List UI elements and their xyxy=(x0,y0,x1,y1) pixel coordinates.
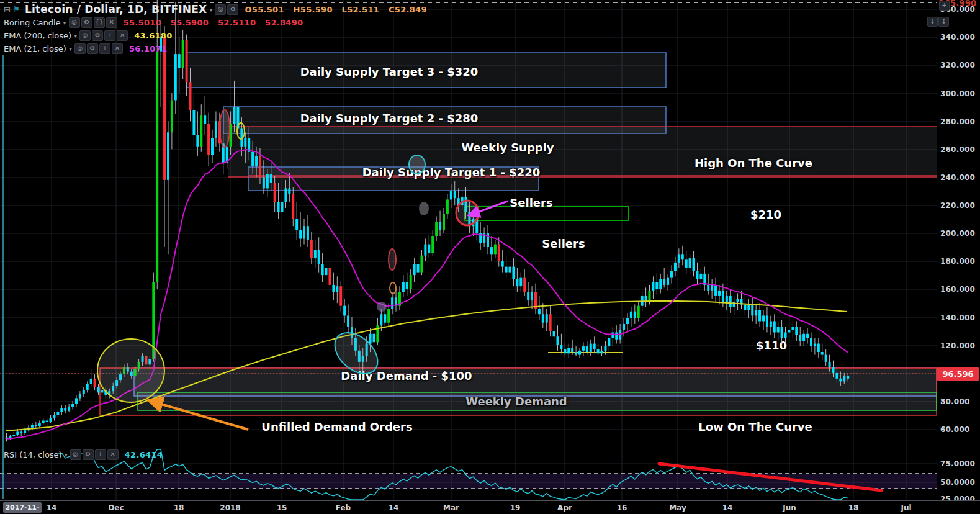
candle-body xyxy=(678,254,680,263)
candle-body xyxy=(784,333,787,338)
feb-purple-ellipse[interactable] xyxy=(377,302,387,312)
settings-icon[interactable]: ⚙ xyxy=(227,4,238,15)
remove-icon[interactable]: ✕ xyxy=(117,30,128,41)
february-top-circle[interactable] xyxy=(409,155,425,174)
time-axis[interactable]: 2017-11-01 14Dec18201815Feb14Mar19Apr16M… xyxy=(0,500,980,514)
visibility-icon[interactable]: ◎ xyxy=(69,17,80,28)
chevron-down-icon[interactable]: ▾ xyxy=(69,45,72,52)
price-tick-label: 140.000 xyxy=(940,313,975,322)
high-value: H55.590 xyxy=(294,5,333,14)
candle-body xyxy=(615,333,618,340)
add-icon[interactable]: + xyxy=(95,449,106,460)
visibility-icon[interactable]: ◎ xyxy=(74,43,86,54)
add-alert-icon[interactable]: + xyxy=(939,1,950,11)
chevron-down-icon[interactable]: ▾ xyxy=(65,451,68,458)
candle-body xyxy=(817,344,820,353)
candle-body xyxy=(490,247,493,254)
candle-body xyxy=(542,314,544,323)
candle-body xyxy=(233,107,236,124)
candle-body xyxy=(685,259,688,268)
settings-icon[interactable]: ⚙ xyxy=(83,449,94,460)
candle-body xyxy=(50,418,52,422)
candle-body xyxy=(321,264,324,275)
candle-body xyxy=(428,245,430,253)
price-tick-label: 60.000 xyxy=(940,425,970,434)
feb-rebound-red-ellipse[interactable] xyxy=(389,249,396,270)
candle-body xyxy=(244,138,246,147)
chevron-down-icon[interactable]: ▾ xyxy=(63,19,66,26)
flag-icon[interactable]: ⚑ xyxy=(13,5,21,14)
january-supply-ellipse[interactable] xyxy=(220,110,230,147)
ema21-value: 56.1071 xyxy=(129,44,167,53)
indicator-title: RSI (14, close) xyxy=(4,450,62,459)
candle-body xyxy=(501,261,504,267)
candle-body xyxy=(16,431,19,435)
visibility-icon[interactable]: ◎ xyxy=(70,449,81,460)
menu-icon[interactable]: ⊟ xyxy=(4,5,11,14)
add-icon[interactable]: + xyxy=(99,43,110,54)
feb-orange-ellipse[interactable] xyxy=(390,282,396,294)
source-code-icon[interactable]: {} xyxy=(94,17,105,28)
remove-icon[interactable]: ✕ xyxy=(106,17,117,28)
chevron-down-icon[interactable]: ▾ xyxy=(209,6,212,13)
rsi-line[interactable] xyxy=(58,449,848,500)
candle-body xyxy=(626,318,629,324)
chart-canvas[interactable] xyxy=(0,0,980,514)
scale-auto-icon[interactable]: ↕ xyxy=(938,17,949,27)
settings-icon[interactable]: ⚙ xyxy=(92,30,103,41)
candle-body xyxy=(770,321,772,327)
price-axis[interactable]: 360.000340.000320.000300.000280.000260.0… xyxy=(937,0,980,500)
candle-body xyxy=(655,282,658,289)
gray-ellipse[interactable] xyxy=(419,202,429,215)
price-tick-label: 160.000 xyxy=(940,285,975,294)
candle-body xyxy=(821,352,824,355)
candle-body xyxy=(384,314,386,323)
candle-body xyxy=(380,314,382,325)
boring-candle-values: 55.5010 55.5900 52.5110 52.8490 xyxy=(124,18,310,27)
candle-body xyxy=(637,306,640,318)
unfilled-demand-arrow[interactable] xyxy=(151,401,248,430)
time-tick-label: Feb xyxy=(336,503,351,512)
scale-down-icon[interactable]: ↓ xyxy=(927,17,938,27)
candle-body xyxy=(196,135,199,147)
remove-icon[interactable]: ✕ xyxy=(107,449,119,460)
price-tick-label: 120.000 xyxy=(940,341,975,350)
time-tick-label: 16 xyxy=(617,503,627,512)
candle-body xyxy=(270,174,272,183)
candle-body xyxy=(314,250,317,259)
trading-chart-app: Daily Supply Target 3 - $320Daily Supply… xyxy=(0,0,980,514)
candle-body xyxy=(553,331,555,336)
candle-body xyxy=(810,338,812,347)
visibility-icon[interactable]: ◎ xyxy=(79,30,91,41)
candle-body xyxy=(560,345,562,349)
pane-separator[interactable] xyxy=(0,448,980,448)
candle-body xyxy=(549,314,552,331)
december-base-ellipse[interactable] xyxy=(97,339,164,402)
candle-body xyxy=(611,333,614,338)
settings-icon[interactable]: ⚙ xyxy=(87,43,98,54)
candle-body xyxy=(310,240,313,258)
candle-body xyxy=(391,297,393,309)
add-icon[interactable]: + xyxy=(104,30,115,41)
time-tick-label: 14 xyxy=(389,503,399,512)
candle-body xyxy=(674,263,677,271)
candle-body xyxy=(839,379,842,382)
settings-icon[interactable]: ⚙ xyxy=(81,17,92,28)
rsi-value: 42.6414 xyxy=(125,450,163,459)
visibility-icon[interactable]: ◎ xyxy=(215,4,226,15)
candle-body xyxy=(799,335,801,341)
candle-body xyxy=(288,188,290,194)
symbol-title[interactable]: Litecoin / Dollar, 1D, BITFINEX xyxy=(25,3,207,16)
time-tick-label: 18 xyxy=(848,503,859,512)
candle-body xyxy=(733,302,735,307)
candle-body xyxy=(251,152,254,166)
candle-body xyxy=(94,379,96,387)
candle-body xyxy=(593,344,596,349)
chevron-down-icon[interactable]: ▾ xyxy=(74,32,77,39)
price-tick-label: 340.000 xyxy=(940,33,975,42)
candle-body xyxy=(766,315,768,327)
remove-icon[interactable]: ✕ xyxy=(112,43,123,54)
candle-body xyxy=(729,296,732,307)
rsi-trendline[interactable] xyxy=(659,464,881,490)
candle-body xyxy=(714,285,717,296)
